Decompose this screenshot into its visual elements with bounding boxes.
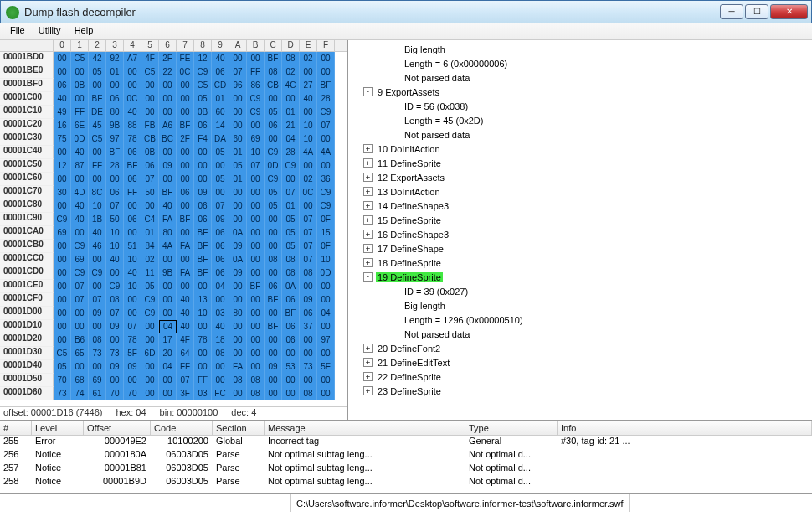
- hex-cell[interactable]: 08: [282, 52, 300, 65]
- hex-cell[interactable]: 00: [177, 159, 194, 173]
- hex-cell[interactable]: 40: [177, 293, 194, 307]
- hex-cell[interactable]: 0F: [317, 213, 335, 226]
- hex-cell[interactable]: 00: [159, 374, 177, 387]
- hex-cell[interactable]: 00: [229, 387, 247, 400]
- hex-cell[interactable]: BF: [159, 186, 177, 199]
- hex-row[interactable]: 00001C40004000BF060B000000050110C9284A4A: [0, 146, 347, 159]
- hex-cell[interactable]: C5: [141, 65, 159, 79]
- tree-row[interactable]: Length = 6 (0x00000006): [350, 56, 812, 70]
- hex-cell[interactable]: 00: [317, 374, 335, 387]
- hex-cell[interactable]: 0D: [265, 159, 282, 173]
- hex-cell[interactable]: 07: [71, 293, 89, 307]
- hex-cell[interactable]: BF: [194, 266, 212, 280]
- col-message[interactable]: Message: [265, 421, 465, 435]
- hex-cell[interactable]: 15: [317, 226, 335, 240]
- hex-cell[interactable]: 20: [159, 347, 177, 360]
- hex-cell[interactable]: 01: [141, 226, 159, 240]
- hex-cell[interactable]: 65: [71, 347, 89, 360]
- hex-cell[interactable]: 06: [106, 92, 124, 106]
- hex-row[interactable]: 00001C501287FF28BF060900000005070DC90000: [0, 159, 347, 173]
- hex-cell[interactable]: 07: [282, 186, 300, 199]
- hex-cell[interactable]: 08: [212, 347, 229, 360]
- hex-cell[interactable]: 00: [265, 333, 282, 347]
- hex-cell[interactable]: 08: [300, 387, 317, 400]
- hex-cell[interactable]: 06: [177, 186, 194, 199]
- hex-cell[interactable]: C5: [194, 79, 212, 92]
- hex-row[interactable]: 00001BD000C54292A74F2FFE12400000BF080200: [0, 52, 347, 65]
- col-code[interactable]: Code: [151, 421, 213, 435]
- hex-cell[interactable]: 00: [265, 132, 282, 146]
- hex-cell[interactable]: BF: [247, 280, 265, 293]
- hex-cell[interactable]: FB: [141, 119, 159, 132]
- hex-cell[interactable]: 05: [212, 146, 229, 159]
- expand-icon[interactable]: +: [363, 258, 373, 267]
- hex-cell[interactable]: 00: [54, 293, 71, 307]
- col-info[interactable]: Info: [558, 421, 812, 435]
- hex-cell[interactable]: 00: [106, 374, 124, 387]
- hex-cell[interactable]: 78: [124, 333, 141, 347]
- hex-cell[interactable]: 00: [247, 307, 265, 320]
- hex-cell[interactable]: FF: [247, 65, 265, 79]
- hex-cell[interactable]: 74: [71, 387, 89, 400]
- hex-cell[interactable]: 07: [300, 240, 317, 253]
- hex-cell[interactable]: 00: [177, 226, 194, 240]
- hex-cell[interactable]: 08: [265, 253, 282, 266]
- hex-cell[interactable]: FE: [177, 52, 194, 65]
- hex-cell[interactable]: FC: [212, 387, 229, 400]
- hex-cell[interactable]: 10: [106, 240, 124, 253]
- hex-cell[interactable]: 00: [229, 92, 247, 106]
- hex-cell[interactable]: 00: [194, 320, 212, 333]
- hex-cell[interactable]: 00: [177, 253, 194, 266]
- hex-cell[interactable]: 68: [71, 374, 89, 387]
- hex-cell[interactable]: 10: [124, 280, 141, 293]
- menu-help[interactable]: Help: [68, 23, 100, 39]
- expand-icon[interactable]: +: [363, 173, 373, 182]
- hex-cell[interactable]: 06: [282, 293, 300, 307]
- hex-cell[interactable]: 03: [212, 307, 229, 320]
- hex-cell[interactable]: 40: [124, 106, 141, 119]
- hex-cell[interactable]: 06: [54, 79, 71, 92]
- hex-cell[interactable]: 00: [229, 280, 247, 293]
- hex-row[interactable]: 00001D000000090700C900401003800000BF0604: [0, 307, 347, 320]
- hex-cell[interactable]: CB: [265, 79, 282, 92]
- tree-row[interactable]: +10 DoInitAction: [350, 142, 812, 156]
- hex-cell[interactable]: C9: [317, 186, 335, 199]
- hex-cell[interactable]: 00: [317, 65, 335, 79]
- hex-cell[interactable]: 21: [282, 119, 300, 132]
- hex-row[interactable]: 00001C80004010070000400006070000050100C9: [0, 199, 347, 213]
- hex-cell[interactable]: 40: [212, 320, 229, 333]
- hex-cell[interactable]: 00: [229, 333, 247, 347]
- minimize-button[interactable]: ─: [720, 4, 743, 19]
- hex-cell[interactable]: 00: [71, 92, 89, 106]
- hex-cell[interactable]: 09: [212, 213, 229, 226]
- tree-row[interactable]: +20 DefineFont2: [350, 341, 812, 355]
- hex-cell[interactable]: 10: [300, 132, 317, 146]
- tree-row[interactable]: Not parsed data: [350, 127, 812, 142]
- hex-row[interactable]: 00001C90C9401B5006C4FABF060900000005070F: [0, 213, 347, 226]
- hex-cell[interactable]: 00: [71, 307, 89, 320]
- tree-row[interactable]: ID = 56 (0x038): [350, 99, 812, 113]
- hex-cell[interactable]: 06: [212, 266, 229, 280]
- hex-cell[interactable]: 00: [141, 92, 159, 106]
- hex-cell[interactable]: 00: [317, 159, 335, 173]
- hex-cell[interactable]: 40: [54, 92, 71, 106]
- hex-cell[interactable]: FF: [194, 374, 212, 387]
- hex-cell[interactable]: 00: [141, 333, 159, 347]
- hex-cell[interactable]: 08: [247, 374, 265, 387]
- hex-cell[interactable]: 80: [106, 106, 124, 119]
- hex-cell[interactable]: 00: [141, 387, 159, 400]
- hex-cell[interactable]: 00: [124, 65, 141, 79]
- hex-cell[interactable]: 00: [124, 293, 141, 307]
- menu-utility[interactable]: Utility: [32, 23, 68, 39]
- hex-cell[interactable]: 2F: [159, 52, 177, 65]
- hex-cell[interactable]: 00: [54, 280, 71, 293]
- hex-cell[interactable]: 06: [212, 240, 229, 253]
- collapse-icon[interactable]: -: [363, 272, 373, 282]
- hex-cell[interactable]: 00: [71, 226, 89, 240]
- hex-cell[interactable]: 07: [300, 226, 317, 240]
- hex-cell[interactable]: 08: [282, 253, 300, 266]
- hex-cell[interactable]: 06: [124, 173, 141, 186]
- hex-cell[interactable]: 08: [106, 293, 124, 307]
- tree-row[interactable]: Length = 1296 (0x00000510): [350, 313, 812, 327]
- hex-cell[interactable]: 09: [229, 266, 247, 280]
